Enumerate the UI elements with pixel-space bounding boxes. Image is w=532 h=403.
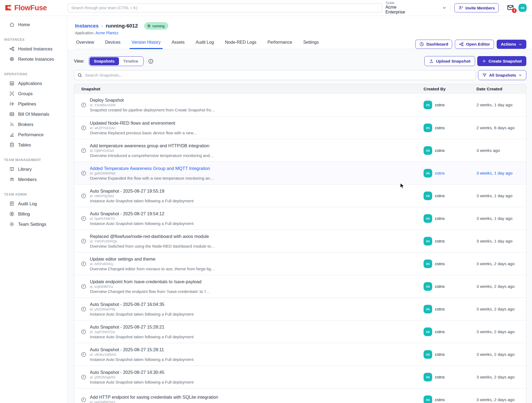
snapshot-name[interactable]: Auto Snapshot - 2025-08-27 16:04:35	[90, 302, 193, 307]
sidebar-item-hosted-instances[interactable]: Hosted Instances	[0, 44, 67, 54]
tab-version-history[interactable]: Version History	[131, 40, 161, 49]
snapshot-search-input[interactable]	[74, 70, 476, 80]
snapshot-name[interactable]: Updated Node-RED flows and environment	[90, 121, 197, 126]
table-row[interactable]: Auto Snapshot - 2025-08-27 19:54:12 id: …	[74, 207, 526, 230]
view-toggle: SnapshotsTimeline	[89, 56, 144, 66]
sidebar-item-pipelines[interactable]: Pipelines	[0, 99, 67, 109]
sidebar-item-team-settings[interactable]: Team Settings	[0, 219, 67, 229]
upload-snapshot-button[interactable]: Upload Snapshot	[424, 56, 475, 66]
breadcrumb-instances-link[interactable]: Instances	[75, 23, 99, 29]
tab-audit-log[interactable]: Audit Log	[195, 40, 214, 49]
running-status-icon	[147, 24, 151, 28]
table-row[interactable]: Auto Snapshot - 2025-08-27 15:28:11 id: …	[74, 343, 526, 366]
snapshot-name[interactable]: Auto Snapshot - 2025-08-27 14:30:45	[90, 370, 193, 375]
notifications-button[interactable]: 5	[507, 4, 515, 12]
sidebar-item-billing[interactable]: Billing	[0, 209, 67, 219]
tab-overview[interactable]: Overview	[76, 40, 95, 49]
snapshot-name[interactable]: Deploy Snapshot	[90, 98, 215, 103]
snapshot-name[interactable]: Auto Snapshot - 2025-08-27 15:28:21	[90, 325, 193, 330]
home-icon	[9, 22, 15, 27]
sidebar-item-brokers[interactable]: Brokers	[0, 119, 67, 129]
dashboard-button[interactable]: Dashboard	[415, 40, 452, 49]
flowfuse-logo[interactable]: FlowFuse	[5, 4, 64, 12]
sidebar-item-performance[interactable]: Performance	[0, 129, 67, 140]
editor-nodes-icon	[459, 42, 464, 47]
dashboard-label: Dashboard	[426, 42, 448, 47]
clock-icon	[81, 374, 87, 380]
table-row[interactable]: Auto Snapshot - 2025-08-27 14:30:45 id: …	[74, 366, 526, 388]
tab-assets[interactable]: Assets	[171, 40, 185, 49]
breadcrumb: Instances › running-6012 running	[75, 22, 532, 29]
sidebar-item-library[interactable]: Library	[0, 164, 67, 174]
sidebar-item-home[interactable]: Home	[0, 19, 67, 30]
sidebar: HomeINSTANCESHosted InstancesRemote Inst…	[0, 16, 67, 403]
clock-icon	[81, 148, 87, 153]
snapshot-name[interactable]: Update endpoint from /save-credentials t…	[90, 279, 210, 284]
snapshot-id: id: oBOkv1W6AG	[90, 353, 193, 357]
tab-performance[interactable]: Performance	[267, 40, 293, 49]
sidebar-item-applications[interactable]: Applications	[0, 78, 67, 88]
sidebar-item-remote-instances[interactable]: Remote Instances	[0, 54, 67, 64]
members-icon	[9, 177, 15, 182]
date-created: 3 weeks, 2 days ago	[476, 307, 526, 312]
creator-avatar: cs	[424, 124, 432, 132]
sidebar-item-groups[interactable]: Groups	[0, 88, 67, 99]
table-row[interactable]: Add HTTP endpoint for saving credentials…	[74, 388, 526, 403]
clock-icon	[81, 193, 87, 199]
snapshot-filter-dropdown[interactable]: All Snapshots	[478, 70, 526, 80]
snapshot-name[interactable]: Added Temperature Awareness Group and MQ…	[90, 166, 214, 171]
create-snapshot-button[interactable]: Create Snapshot	[477, 56, 526, 66]
date-created: 2 weeks, 6 days ago	[476, 125, 526, 130]
sidebar-item-members[interactable]: Members	[0, 174, 67, 185]
table-row[interactable]: Added Temperature Awareness Group and MQ…	[74, 162, 526, 184]
top-bar: FlowFuse TEAM: Acme Enterprise Invite Me…	[0, 0, 532, 16]
snapshot-description: Instance Auto Snapshot taken following a…	[90, 312, 193, 316]
info-icon[interactable]	[148, 58, 154, 64]
table-row[interactable]: Auto Snapshot - 2025-08-27 16:04:35 id: …	[74, 298, 526, 320]
creator-avatar: cs	[424, 169, 432, 177]
table-row[interactable]: Add temperature awareness group and HTTP…	[74, 139, 526, 162]
upload-snapshot-label: Upload Snapshot	[436, 59, 470, 64]
snapshot-name[interactable]: Auto Snapshot - 2025-08-27 19:55:19	[90, 189, 193, 194]
snapshot-name[interactable]: Add HTTP endpoint for saving credentials…	[90, 395, 218, 400]
date-created: 3 weeks, 1 day ago	[476, 216, 526, 221]
table-row[interactable]: Auto Snapshot - 2025-08-27 19:55:19 id: …	[74, 184, 526, 207]
tab-devices[interactable]: Devices	[105, 40, 121, 49]
table-row[interactable]: Updated Node-RED flows and environment i…	[74, 116, 526, 139]
sidebar-item-label: Library	[18, 167, 32, 172]
snapshot-name[interactable]: Add temperature awareness group and HTTP…	[90, 143, 214, 148]
snapshot-name[interactable]: Auto Snapshot - 2025-08-27 15:28:11	[90, 347, 193, 352]
team-search-input[interactable]	[68, 4, 382, 12]
open-editor-button[interactable]: Open Editor	[455, 40, 494, 49]
pipelines-icon	[9, 101, 15, 107]
team-selector[interactable]: TEAM: Acme Enterprise	[386, 1, 447, 15]
table-row[interactable]: Replaced @flowfuse/node-red-dashboard wi…	[74, 230, 526, 252]
hosted-instances-icon	[9, 46, 15, 52]
snapshot-name[interactable]: Replaced @flowfuse/node-red-dashboard wi…	[90, 234, 215, 239]
creator-name: cstns	[435, 284, 445, 289]
clock-icon	[81, 306, 87, 312]
table-row[interactable]: Auto Snapshot - 2025-08-27 15:28:21 id: …	[74, 320, 526, 343]
sidebar-item-tables[interactable]: Tables	[0, 140, 67, 150]
clock-icon	[81, 238, 87, 244]
sidebar-item-label: Hosted Instances	[18, 46, 53, 52]
actions-button[interactable]: Actions	[497, 40, 526, 49]
user-avatar[interactable]: cs	[519, 4, 527, 12]
snapshot-id: id: AlRPoMX61j	[90, 262, 215, 266]
view-option-snapshots[interactable]: Snapshots	[90, 57, 119, 65]
invite-members-button[interactable]: Invite Members	[454, 3, 499, 12]
creator-name: cstns	[435, 103, 445, 107]
tab-node-red-logs[interactable]: Node-RED Logs	[224, 40, 257, 49]
tab-settings[interactable]: Settings	[303, 40, 319, 49]
view-option-timeline[interactable]: Timeline	[119, 57, 143, 65]
sidebar-item-bill-of-materials[interactable]: Bill Of Materials	[0, 109, 67, 119]
snapshot-name[interactable]: Auto Snapshot - 2025-08-27 19:54:12	[90, 211, 193, 216]
snapshot-id: id: nMGP0jZ6dJ	[90, 194, 193, 198]
table-row[interactable]: Deploy Snapshot id: X3o6Bw1k9W Snapshot …	[74, 94, 526, 116]
application-link[interactable]: Acme Plantzz	[96, 31, 119, 35]
creator-name: cstns	[435, 148, 445, 153]
snapshot-name[interactable]: Update editor settings and theme	[90, 257, 215, 262]
table-row[interactable]: Update endpoint from /save-credentials t…	[74, 275, 526, 298]
sidebar-item-audit-log[interactable]: Audit Log	[0, 199, 67, 209]
table-row[interactable]: Update editor settings and theme id: AlR…	[74, 252, 526, 275]
